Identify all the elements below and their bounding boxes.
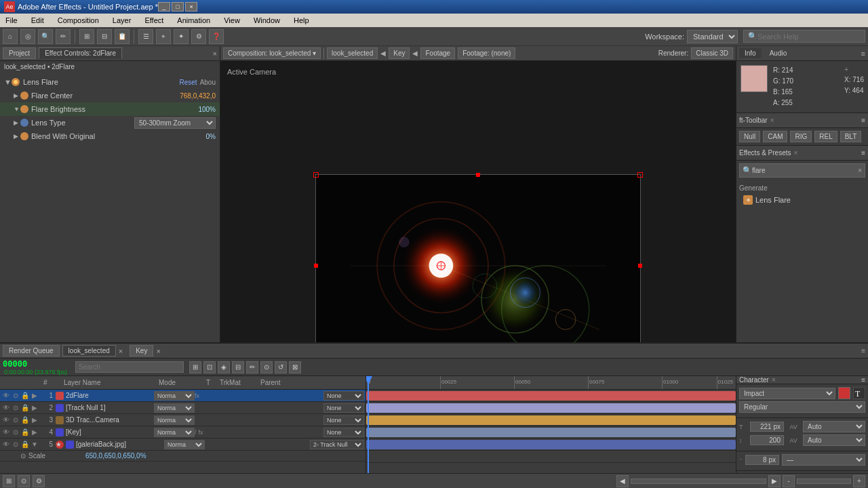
- tl-tool8[interactable]: ⊠: [289, 361, 301, 373]
- info-menu[interactable]: ≡: [861, 49, 865, 58]
- tab-render-queue[interactable]: Render Queue: [3, 345, 60, 357]
- tab-look-selected[interactable]: look_selected: [62, 345, 116, 357]
- font-size-input[interactable]: [750, 422, 784, 432]
- expand-4[interactable]: ▶: [30, 428, 39, 436]
- solo-5[interactable]: ⊙: [11, 441, 20, 448]
- expand-2[interactable]: ▶: [30, 404, 39, 411]
- tool5[interactable]: ⊞: [79, 29, 94, 44]
- vis-1[interactable]: 👁: [1, 392, 11, 399]
- timeline-search-box[interactable]: [75, 361, 184, 373]
- blend-original-expand[interactable]: ▶: [14, 133, 20, 140]
- playhead[interactable]: [368, 376, 369, 473]
- effects-search-box[interactable]: 🔍 ×: [739, 163, 865, 178]
- lens-flare-header[interactable]: ▼ Lens Flare Reset Abou: [0, 75, 220, 89]
- solo-4[interactable]: ⊙: [11, 428, 20, 436]
- layer-mode-1[interactable]: Norma: [154, 391, 195, 401]
- tl-scroll-right[interactable]: ▶: [768, 475, 781, 487]
- tool12[interactable]: ❓: [209, 29, 224, 44]
- layer-mode-5[interactable]: Norma: [164, 440, 205, 449]
- stroke-input[interactable]: [745, 455, 779, 465]
- tl-tool1[interactable]: ⊞: [189, 361, 201, 373]
- cam-btn[interactable]: CAM: [763, 131, 787, 142]
- menu-help[interactable]: Help: [291, 15, 312, 26]
- expand-1[interactable]: ▶: [30, 392, 39, 399]
- parent-sel-2[interactable]: None: [323, 403, 364, 413]
- tool3[interactable]: 🔍: [38, 29, 53, 44]
- reset-button[interactable]: Reset: [180, 79, 197, 86]
- tool11[interactable]: ⚙: [191, 29, 206, 44]
- menu-file[interactable]: File: [3, 15, 20, 26]
- handle-tl[interactable]: [313, 172, 319, 178]
- rig-btn[interactable]: RIG: [790, 131, 812, 142]
- vis-2[interactable]: 👁: [1, 404, 11, 411]
- menu-edit[interactable]: Edit: [28, 15, 47, 26]
- tl-tool5[interactable]: ✏: [246, 361, 258, 373]
- close-look[interactable]: ×: [119, 347, 123, 355]
- handle-mr[interactable]: [638, 264, 642, 268]
- lock-5[interactable]: 🔒: [20, 441, 30, 448]
- tool2[interactable]: ◎: [20, 29, 35, 44]
- tl-zoom-bar[interactable]: [797, 479, 851, 484]
- lock-1[interactable]: 🔒: [20, 392, 30, 399]
- tl-tool6[interactable]: ⊙: [260, 361, 273, 373]
- menu-effect[interactable]: Effect: [142, 15, 166, 26]
- handle-ml[interactable]: [314, 264, 318, 268]
- workspace-select[interactable]: Standard: [687, 30, 738, 43]
- nav-next[interactable]: ◀: [412, 49, 418, 57]
- tool8[interactable]: ☰: [138, 29, 153, 44]
- tl-tool7[interactable]: ↺: [275, 361, 287, 373]
- tool6[interactable]: ⊟: [97, 29, 112, 44]
- layer-row-4[interactable]: 👁 ⊙ 🔒 ▶ 4 [Key] Norma / fx None: [0, 426, 366, 439]
- lens-type-select[interactable]: 50-300mm Zoom 35mm Prime 105mm Prime: [134, 117, 216, 129]
- about-button[interactable]: Abou: [200, 79, 216, 86]
- fx-4[interactable]: fx: [199, 429, 203, 436]
- timeline-search-input[interactable]: [79, 363, 180, 371]
- ft-menu[interactable]: ≡: [861, 117, 865, 124]
- flare-brightness-value[interactable]: 100%: [198, 106, 216, 113]
- close-key[interactable]: ×: [156, 347, 160, 355]
- tl-tool2[interactable]: ⊡: [203, 361, 216, 373]
- effects-menu[interactable]: ≡: [861, 149, 865, 157]
- tool7[interactable]: 📋: [115, 29, 130, 44]
- tab-key[interactable]: Key: [389, 47, 410, 59]
- tab-look-selected[interactable]: look_selected: [327, 47, 378, 59]
- parent-sel-5[interactable]: 2- Track Null: [310, 440, 364, 449]
- layer-row-3[interactable]: 👁 ⊙ 🔒 ▶ 3 3D Trac...Camera Norma None: [0, 414, 366, 426]
- close-panel[interactable]: ×: [213, 49, 217, 58]
- char-color-btn[interactable]: [838, 387, 850, 399]
- rel-btn[interactable]: REL: [814, 131, 837, 142]
- timeline-menu[interactable]: ≡: [861, 347, 865, 354]
- search-help-input[interactable]: [757, 33, 861, 41]
- footage-info[interactable]: Footage: (none): [458, 47, 515, 59]
- solo-1[interactable]: ⊙: [11, 392, 20, 399]
- tool10[interactable]: ✦: [174, 29, 189, 44]
- home-tool[interactable]: ⌂: [3, 29, 18, 44]
- tl-scrollbar[interactable]: [631, 479, 766, 484]
- null-btn[interactable]: Null: [739, 131, 760, 142]
- nav-prev[interactable]: ◀: [380, 49, 386, 57]
- tl-zoom-in[interactable]: +: [853, 475, 865, 487]
- menu-animation[interactable]: Animation: [174, 15, 213, 26]
- tab-info[interactable]: Info: [739, 48, 762, 58]
- solo-2[interactable]: ⊙: [11, 404, 20, 411]
- effects-close[interactable]: ×: [794, 149, 798, 157]
- effects-clear-icon[interactable]: ×: [858, 167, 862, 174]
- fx-icon-1[interactable]: fx: [195, 392, 199, 399]
- kerning-select[interactable]: Auto: [803, 421, 865, 432]
- slash-4[interactable]: /: [195, 429, 197, 436]
- style-select[interactable]: Regular: [739, 401, 865, 413]
- comp-title-btn[interactable]: Composition: look_selected ▾: [223, 47, 321, 59]
- tracking-select[interactable]: Auto: [803, 434, 865, 446]
- expand-3[interactable]: ▶: [30, 416, 39, 424]
- tl-foot-btn1[interactable]: ⊞: [3, 475, 15, 487]
- minimize-button[interactable]: _: [158, 2, 170, 12]
- leading-input[interactable]: [750, 435, 784, 445]
- layer-mode-4[interactable]: Norma: [154, 428, 195, 437]
- layer-mode-2[interactable]: Norma: [154, 403, 195, 413]
- parent-sel-4[interactable]: None: [323, 428, 364, 437]
- maximize-button[interactable]: □: [172, 2, 184, 12]
- solo-3[interactable]: ⊙: [11, 416, 20, 424]
- menu-composition[interactable]: Composition: [55, 15, 102, 26]
- handle-tm[interactable]: [476, 173, 480, 177]
- tl-tool3[interactable]: ◈: [218, 361, 230, 373]
